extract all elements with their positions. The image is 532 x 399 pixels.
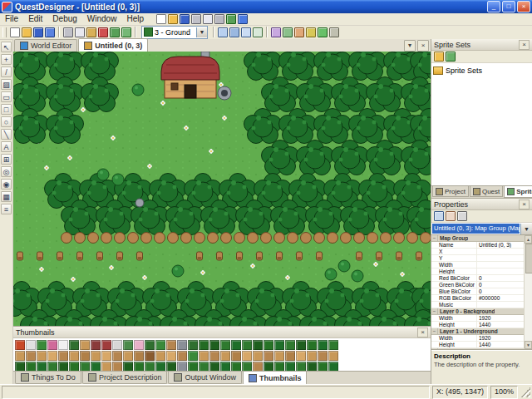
sprite-thumbnail[interactable]: [188, 362, 198, 372]
fill-tool-icon[interactable]: ▨: [1, 79, 12, 90]
collapse-icon[interactable]: −: [431, 348, 438, 350]
help-icon[interactable]: [238, 14, 248, 24]
sprite-thumbnail[interactable]: [101, 340, 111, 350]
scroll-up-icon[interactable]: ▲: [525, 235, 532, 244]
sprite-thumbnail[interactable]: [307, 362, 317, 372]
lock-icon[interactable]: [306, 27, 316, 37]
sprite-thumbnail[interactable]: [26, 362, 36, 372]
sprite-thumbnail[interactable]: [123, 362, 133, 372]
sprite-thumbnail[interactable]: [58, 351, 68, 361]
layer-select-combo[interactable]: 3 - Ground ▼: [141, 26, 208, 39]
undo-icon[interactable]: [226, 14, 236, 24]
eraser-tool-icon[interactable]: ▭: [1, 91, 12, 102]
sprite-thumbnail[interactable]: [69, 351, 79, 361]
tab-scroll-icon[interactable]: ▾: [404, 40, 416, 52]
property-category[interactable]: −Map Group: [431, 235, 525, 242]
rectangle-tool-icon[interactable]: □: [1, 104, 12, 115]
close-icon[interactable]: ×: [417, 328, 428, 337]
sprite-thumbnail[interactable]: [91, 340, 101, 350]
sprite-thumbnail[interactable]: [69, 340, 79, 350]
sprite-thumbnail[interactable]: [328, 362, 338, 372]
sprite-thumbnail[interactable]: [166, 362, 176, 372]
sprite-thumbnail[interactable]: [199, 340, 209, 350]
close-icon[interactable]: ×: [519, 40, 530, 50]
sprite-thumbnail[interactable]: [220, 340, 230, 350]
tab-project-description[interactable]: Project Description: [82, 372, 168, 384]
scrollbar-thumb[interactable]: [525, 244, 532, 273]
chevron-down-icon[interactable]: ▼: [520, 224, 532, 234]
undo-icon[interactable]: [110, 27, 120, 37]
alphabetical-icon[interactable]: [446, 211, 456, 221]
property-row[interactable]: X: [431, 249, 525, 255]
collapse-icon[interactable]: −: [431, 235, 438, 241]
sprite-thumbnail[interactable]: [177, 351, 187, 361]
sprite-thumbnail[interactable]: [274, 340, 284, 350]
sprite-thumbnail[interactable]: [155, 362, 165, 372]
tab-untitled-0-3[interactable]: Untitled (0, 3): [78, 38, 148, 52]
sprite-thumbnail[interactable]: [145, 351, 155, 361]
sprite-thumbnail[interactable]: [166, 340, 176, 350]
sprite-thumbnail[interactable]: [242, 362, 252, 372]
stamp-tool-icon[interactable]: ⊞: [1, 154, 12, 165]
sprite-thumbnail[interactable]: [296, 340, 306, 350]
tab-quest[interactable]: Quest: [470, 186, 503, 197]
sprite-thumbnail[interactable]: [209, 362, 219, 372]
sprite-thumbnail[interactable]: [47, 340, 57, 350]
sprite-thumbnail[interactable]: [188, 340, 198, 350]
categorized-icon[interactable]: [434, 211, 444, 221]
property-row[interactable]: Width1920: [431, 335, 525, 342]
sprite-thumbnail[interactable]: [231, 351, 241, 361]
zoom-tool-icon[interactable]: ◉: [1, 179, 12, 190]
sprite-thumbnail[interactable]: [58, 362, 68, 372]
text-tool-icon[interactable]: A: [1, 141, 12, 152]
property-row[interactable]: Y: [431, 255, 525, 262]
new-icon[interactable]: [10, 27, 20, 37]
tab-things-to-do[interactable]: Things To Do: [15, 372, 81, 384]
sprite-thumbnail[interactable]: [15, 362, 25, 372]
property-row[interactable]: Red BkColor0: [431, 275, 525, 282]
sprite-thumbnail[interactable]: [307, 351, 317, 361]
sprite-thumbnail[interactable]: [231, 362, 241, 372]
menu-file[interactable]: File: [0, 13, 23, 25]
property-grid-scrollbar[interactable]: ▲ ▼: [524, 235, 532, 349]
line-tool-icon[interactable]: ╲: [1, 129, 12, 140]
grid-icon[interactable]: [253, 27, 263, 37]
cut-icon[interactable]: [191, 14, 201, 24]
sprite-thumbnail[interactable]: [318, 340, 328, 350]
scroll-down-icon[interactable]: ▼: [525, 341, 532, 349]
sprite-thumbnail[interactable]: [80, 362, 90, 372]
copy-icon[interactable]: [75, 27, 85, 37]
sprite-thumbnail[interactable]: [199, 351, 209, 361]
sprite-thumbnail[interactable]: [264, 351, 273, 361]
property-row[interactable]: RGB BkColor#000000: [431, 295, 525, 302]
zoom-fit-icon[interactable]: [241, 27, 251, 37]
save-all-icon[interactable]: [45, 27, 55, 37]
sprite-thumbnail[interactable]: [285, 340, 295, 350]
sprite-thumbnail[interactable]: [177, 362, 187, 372]
new-icon[interactable]: [156, 14, 166, 24]
sprite-thumbnail[interactable]: [318, 362, 328, 372]
sprite-thumbnail[interactable]: [37, 351, 47, 361]
sprite-thumbnail[interactable]: [15, 351, 25, 361]
print-icon[interactable]: [214, 14, 224, 24]
sprite-thumbnail[interactable]: [296, 351, 306, 361]
sprite-thumbnail[interactable]: [166, 351, 176, 361]
sprite-thumbnail[interactable]: [155, 351, 165, 361]
sprite-thumbnail[interactable]: [328, 351, 338, 361]
property-row[interactable]: NameUntitled (0, 3): [431, 242, 525, 249]
sprite-thumbnail[interactable]: [209, 340, 219, 350]
sprite-thumbnail[interactable]: [328, 340, 338, 350]
sprite-thumbnail[interactable]: [112, 351, 122, 361]
property-row[interactable]: Green BkColor0: [431, 282, 525, 288]
menu-window[interactable]: Window: [82, 13, 122, 25]
sprite-thumbnail[interactable]: [264, 362, 273, 372]
sprite-thumbnail[interactable]: [80, 340, 90, 350]
hand-tool-icon[interactable]: +: [1, 54, 12, 65]
sprite-thumbnail[interactable]: [209, 351, 219, 361]
sprite-thumbnail[interactable]: [134, 362, 144, 372]
ellipse-tool-icon[interactable]: ○: [1, 116, 12, 127]
sprite-thumbnail[interactable]: [177, 340, 187, 350]
sprite-thumbnail[interactable]: [242, 351, 252, 361]
property-row[interactable]: Height1440: [431, 342, 525, 348]
play-icon[interactable]: [318, 27, 328, 37]
